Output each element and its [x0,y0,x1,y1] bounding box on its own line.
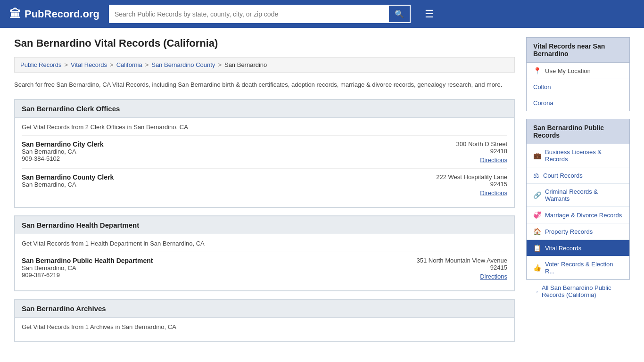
sidebar: Vital Records near San Bernardino 📍 Use … [526,37,630,349]
marriage-divorce-link[interactable]: 💞 Marriage & Divorce Records [527,207,629,223]
office-city-clerk: San Bernardino City Clerk San Bernardino… [22,135,507,168]
use-location-label: Use My Location [545,67,591,74]
breadcrumb-current: San Bernardino [224,61,267,68]
page-description: Search for free San Bernardino, CA Vital… [14,80,515,90]
health-dept-section: San Bernardino Health Department Get Vit… [14,215,515,291]
logo[interactable]: 🏛 PubRecord.org [9,8,99,21]
archives-header: San Bernardino Archives [15,299,514,318]
business-icon: 💼 [533,152,541,159]
archives-section: San Bernardino Archives Get Vital Record… [14,299,515,342]
marriage-icon: 💞 [533,211,541,219]
logo-icon: 🏛 [9,8,21,21]
health-dept-header: San Bernardino Health Department [15,216,514,234]
criminal-icon: 🔗 [533,191,541,199]
breadcrumb-sep-4: > [218,61,222,68]
sidebar-use-location[interactable]: 📍 Use My Location [527,63,629,79]
office-county-clerk-address: 222 West Hospitality Lane 92415 Directio… [422,173,507,197]
sidebar-item-business-licenses[interactable]: 💼 Business Licenses & Records [527,144,629,167]
colton-label: Colton [533,83,551,90]
office-city-clerk-zip: 92418 [490,148,507,155]
logo-text: PubRecord.org [25,8,99,20]
hamburger-button[interactable]: ☰ [425,8,434,20]
court-icon: ⚖ [533,172,539,179]
clerk-offices-desc: Get Vital Records from 2 Clerk Offices i… [22,123,507,131]
court-records-label: Court Records [543,172,583,179]
sidebar-item-colton[interactable]: Colton [527,79,629,95]
business-licenses-link[interactable]: 💼 Business Licenses & Records [527,144,629,167]
breadcrumb-sep-2: > [110,61,114,68]
office-public-health: San Bernardino Public Health Department … [22,252,507,285]
property-records-label: Property Records [545,228,593,235]
office-public-health-zip: 92415 [490,264,507,271]
office-city-clerk-address: 300 North D Street 92418 Directions [422,140,507,164]
office-city-clerk-addr: San Bernardino, CA [22,148,104,155]
corona-label: Corona [533,99,553,107]
all-records-link[interactable]: → All San Bernardino Public Records (Cal… [526,280,630,303]
content-area: San Bernardino Vital Records (California… [14,37,515,349]
property-icon: 🏠 [533,228,541,235]
search-input[interactable] [109,5,388,23]
sidebar-item-court-records[interactable]: ⚖ Court Records [527,167,629,184]
use-location-link[interactable]: 📍 Use My Location [527,63,629,79]
office-public-health-phone: 909-387-6219 [22,272,153,279]
sidebar-nearby-header: Vital Records near San Bernardino [526,37,630,63]
office-city-clerk-directions[interactable]: Directions [422,156,507,164]
office-county-clerk-zip: 92415 [490,181,507,188]
vital-records-label: Vital Records [545,245,581,252]
marriage-divorce-label: Marriage & Divorce Records [545,212,622,219]
colton-link[interactable]: Colton [527,79,629,95]
all-records-label: All San Bernardino Public Records (Calif… [542,284,623,298]
office-public-health-street: 351 North Mountain View Avenue [417,257,508,264]
office-public-health-info: San Bernardino Public Health Department … [22,257,153,280]
clerk-offices-section: San Bernardino Clerk Offices Get Vital R… [14,99,515,208]
breadcrumb-vital-records[interactable]: Vital Records [71,61,107,68]
sidebar-nearby-section: Vital Records near San Bernardino 📍 Use … [526,37,630,111]
health-dept-content: Get Vital Records from 1 Health Departme… [15,234,514,291]
health-dept-desc: Get Vital Records from 1 Health Departme… [22,240,507,247]
breadcrumb-san-bernardino-county[interactable]: San Bernardino County [151,61,215,68]
office-county-clerk-addr: San Bernardino, CA [22,181,114,188]
sidebar-item-corona[interactable]: Corona [527,95,629,111]
office-public-health-name: San Bernardino Public Health Department [22,257,153,264]
location-icon: 📍 [533,67,541,74]
breadcrumb-sep-1: > [64,61,68,68]
vital-records-link[interactable]: 📋 Vital Records [527,240,629,256]
sidebar-public-records-list: 💼 Business Licenses & Records ⚖ Court Re… [526,144,630,280]
voter-records-label: Voter Records & Election R... [545,261,623,275]
sidebar-item-criminal-records[interactable]: 🔗 Criminal Records & Warrants [527,184,629,207]
property-records-link[interactable]: 🏠 Property Records [527,223,629,239]
business-licenses-label: Business Licenses & Records [545,148,623,163]
office-city-clerk-street: 300 North D Street [456,140,507,148]
office-county-clerk-directions[interactable]: Directions [422,189,507,197]
archives-content: Get Vital Records from 1 Archives in San… [15,318,514,341]
sidebar-item-voter-records[interactable]: 👍 Voter Records & Election R... [527,256,629,279]
office-county-clerk-name: San Bernardino County Clerk [22,173,114,181]
sidebar-public-records-section: San Bernardino Public Records 💼 Business… [526,119,630,303]
breadcrumb-sep-3: > [145,61,149,68]
sidebar-nearby-list: 📍 Use My Location Colton Corona [526,63,630,111]
vital-icon: 📋 [533,244,541,252]
office-public-health-directions[interactable]: Directions [417,273,508,280]
criminal-records-link[interactable]: 🔗 Criminal Records & Warrants [527,184,629,206]
sidebar-item-property-records[interactable]: 🏠 Property Records [527,223,629,240]
criminal-records-label: Criminal Records & Warrants [545,188,623,202]
search-button[interactable]: 🔍 [388,5,411,23]
sidebar-item-vital-records[interactable]: 📋 Vital Records [527,240,629,256]
voter-records-link[interactable]: 👍 Voter Records & Election R... [527,256,629,279]
breadcrumb-california[interactable]: California [116,61,142,68]
breadcrumb: Public Records > Vital Records > Califor… [14,57,515,73]
court-records-link[interactable]: ⚖ Court Records [527,167,629,183]
office-public-health-addr: San Bernardino, CA [22,264,153,272]
office-city-clerk-info: San Bernardino City Clerk San Bernardino… [22,140,104,164]
clerk-offices-header: San Bernardino Clerk Offices [15,99,514,118]
voter-icon: 👍 [533,264,541,272]
office-city-clerk-name: San Bernardino City Clerk [22,140,104,148]
archives-desc: Get Vital Records from 1 Archives in San… [22,323,507,330]
page-title: San Bernardino Vital Records (California… [14,37,515,49]
corona-link[interactable]: Corona [527,95,629,111]
office-public-health-address: 351 North Mountain View Avenue 92415 Dir… [417,257,508,280]
office-city-clerk-phone: 909-384-5102 [22,155,104,162]
office-county-clerk-street: 222 West Hospitality Lane [436,173,507,181]
sidebar-item-marriage-divorce[interactable]: 💞 Marriage & Divorce Records [527,207,629,223]
breadcrumb-public-records[interactable]: Public Records [20,61,61,68]
